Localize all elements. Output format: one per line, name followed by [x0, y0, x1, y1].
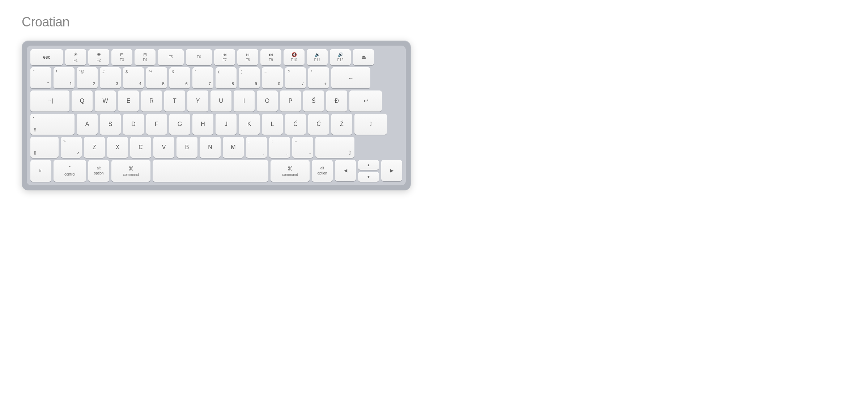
key-z[interactable]: Z	[84, 137, 105, 158]
arrow-updown-cluster: ▲ ▼	[358, 160, 379, 182]
key-7[interactable]: ' 7	[192, 67, 213, 88]
key-0[interactable]: = 0	[262, 67, 283, 88]
key-a[interactable]: A	[77, 114, 98, 135]
page-title: Croatian	[22, 14, 69, 30]
key-f10[interactable]: 🔇 F10	[284, 49, 305, 65]
zxcv-row: ⇧ > < Z X C V B N M ; , : . –	[30, 137, 402, 158]
key-y[interactable]: Y	[187, 90, 208, 111]
key-f1[interactable]: ☀ F1	[65, 49, 86, 65]
key-1[interactable]: ! 1	[54, 67, 75, 88]
key-f11[interactable]: 🔉 F11	[307, 49, 328, 65]
keyboard-inner: esc ☀ F1 ✺ F2 ⊟ F3	[27, 46, 406, 185]
key-c[interactable]: C	[130, 137, 151, 158]
key-option-left[interactable]: alt option	[88, 160, 109, 182]
key-i[interactable]: I	[234, 90, 255, 111]
key-d[interactable]: D	[123, 114, 144, 135]
key-g[interactable]: G	[169, 114, 190, 135]
key-arrow-up[interactable]: ▲	[358, 160, 379, 170]
key-esc[interactable]: esc	[30, 49, 63, 65]
key-enter[interactable]: ↩	[349, 90, 382, 111]
key-comma[interactable]: ; ,	[246, 137, 267, 158]
key-backspace[interactable]: ←	[331, 67, 370, 88]
key-h[interactable]: H	[192, 114, 213, 135]
key-arrow-down[interactable]: ▼	[358, 172, 379, 182]
key-n[interactable]: N	[200, 137, 221, 158]
key-period[interactable]: : .	[269, 137, 290, 158]
key-space[interactable]	[153, 160, 268, 182]
key-f[interactable]: F	[146, 114, 167, 135]
number-row: " " ! 1 "@ 2 # 3 $ 4 % 5	[30, 67, 402, 88]
key-f7[interactable]: ⏮ F7	[214, 49, 235, 65]
key-capslock[interactable]: • ⇪	[30, 114, 75, 135]
key-command-right[interactable]: ⌘ command	[271, 160, 310, 182]
bottom-row: fn ⌃ control alt option ⌘ command	[30, 160, 402, 182]
key-s[interactable]: S	[100, 114, 121, 135]
key-8[interactable]: ( 8	[216, 67, 237, 88]
key-v[interactable]: V	[153, 137, 174, 158]
key-e[interactable]: E	[118, 90, 139, 111]
key-shift-left[interactable]: ⇧	[30, 137, 59, 158]
key-f5[interactable]: F5	[158, 49, 184, 65]
key-cacute[interactable]: Ć	[308, 114, 329, 135]
qwerty-row: →| Q W E R T Y U I O P Š Đ ↩	[30, 90, 402, 111]
key-f6[interactable]: F6	[186, 49, 212, 65]
key-o[interactable]: O	[257, 90, 278, 111]
key-w[interactable]: W	[95, 90, 116, 111]
key-k[interactable]: K	[239, 114, 260, 135]
key-fwd-slash[interactable]: ? /	[285, 67, 306, 88]
keyboard: esc ☀ F1 ✺ F2 ⊟ F3	[22, 41, 411, 190]
key-m[interactable]: M	[223, 137, 244, 158]
key-p[interactable]: P	[280, 90, 301, 111]
fn-row: esc ☀ F1 ✺ F2 ⊟ F3	[30, 49, 402, 65]
key-scaron[interactable]: Š	[303, 90, 324, 111]
key-f3[interactable]: ⊟ F3	[111, 49, 132, 65]
key-zcaron[interactable]: Ž	[331, 114, 352, 135]
key-arrow-right[interactable]: ▶	[381, 160, 402, 181]
key-backtick[interactable]: " "	[30, 67, 51, 88]
key-minus[interactable]: – -	[292, 137, 313, 158]
key-6[interactable]: & 6	[169, 67, 190, 88]
key-f12[interactable]: 🔊 F12	[330, 49, 351, 65]
key-4[interactable]: $ 4	[123, 67, 144, 88]
asdf-row: • ⇪ A S D F G H J K L Č Ć Ž ⇧	[30, 114, 402, 135]
key-l[interactable]: L	[262, 114, 283, 135]
key-option-right[interactable]: alt option	[312, 160, 333, 182]
key-dstroke[interactable]: Đ	[326, 90, 347, 111]
key-9[interactable]: ) 9	[239, 67, 260, 88]
key-arrow-left[interactable]: ◀	[335, 160, 356, 181]
key-angle[interactable]: > <	[61, 137, 82, 158]
key-f8[interactable]: ⏯ F8	[237, 49, 258, 65]
key-f2[interactable]: ✺ F2	[88, 49, 109, 65]
key-ccaron[interactable]: Č	[285, 114, 306, 135]
key-t[interactable]: T	[164, 90, 185, 111]
key-5[interactable]: % 5	[146, 67, 167, 88]
key-j[interactable]: J	[216, 114, 237, 135]
key-2[interactable]: "@ 2	[77, 67, 98, 88]
key-plus[interactable]: * +	[308, 67, 329, 88]
key-command-left[interactable]: ⌘ command	[111, 160, 150, 182]
key-q[interactable]: Q	[72, 90, 93, 111]
key-f4[interactable]: ⊞ F4	[135, 49, 156, 65]
key-shift-right-row3[interactable]: ⇧	[354, 114, 387, 135]
key-u[interactable]: U	[210, 90, 231, 111]
key-3[interactable]: # 3	[100, 67, 121, 88]
key-f9[interactable]: ⏭ F9	[260, 49, 281, 65]
key-x[interactable]: X	[107, 137, 128, 158]
key-eject[interactable]: ⏏	[353, 49, 374, 65]
key-b[interactable]: B	[176, 137, 197, 158]
key-r[interactable]: R	[141, 90, 162, 111]
key-shift-right[interactable]: ⇧	[315, 137, 354, 158]
key-control[interactable]: ⌃ control	[54, 160, 86, 182]
key-fn[interactable]: fn	[30, 160, 51, 182]
key-tab[interactable]: →|	[30, 90, 69, 111]
